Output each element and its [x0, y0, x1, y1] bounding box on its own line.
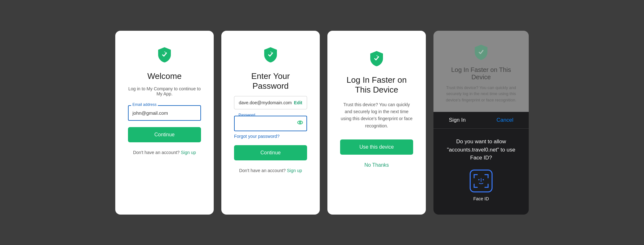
cancel-button[interactable]: Cancel [481, 112, 529, 128]
faster-login-card: Log In Faster on This Device Trust this … [327, 31, 426, 215]
sign-in-button[interactable]: Sign In [433, 112, 481, 128]
no-thanks-button[interactable]: No Thanks [364, 160, 389, 171]
use-device-button[interactable]: Use this device [340, 139, 413, 155]
svg-point-3 [483, 179, 484, 180]
password-input-group: Password [234, 116, 307, 131]
no-account-text-2: Don't have an account? Sign up [239, 168, 302, 173]
password-title: Enter Your Password [234, 71, 307, 91]
faster-login-title: Log In Faster on This Device [340, 75, 413, 95]
welcome-subtitle: Log in to My Company to continue to My A… [128, 86, 201, 96]
email-input[interactable] [128, 105, 201, 121]
face-id-container: Face ID [470, 170, 493, 211]
no-account-text: Don't have an account? Sign up [133, 150, 196, 155]
signup-link[interactable]: Sign up [181, 150, 196, 155]
welcome-title: Welcome [147, 71, 182, 81]
app-logo-3 [368, 50, 386, 68]
signup-link-2[interactable]: Sign up [287, 168, 302, 173]
app-logo [156, 46, 173, 64]
face-id-label: Face ID [473, 196, 489, 201]
email-input-group: Email address [128, 105, 201, 121]
email-label: Email address [131, 102, 158, 107]
welcome-card: Welcome Log in to My Company to continue… [115, 31, 214, 215]
password-card: Enter Your Password dave.doe@mydomain.co… [221, 31, 320, 215]
face-id-top-title: Log In Faster on This Device [441, 66, 521, 81]
continue-button[interactable]: Continue [128, 127, 201, 142]
password-input[interactable] [234, 116, 307, 131]
face-id-dialog: Log In Faster on This Device Trust this … [433, 31, 529, 215]
face-id-bottom: Sign In Cancel Do you want to allow "acc… [433, 112, 529, 215]
email-display-row: dave.doe@mydomain.com Edit [234, 96, 307, 109]
face-id-icon [470, 170, 493, 192]
app-logo-4 [472, 43, 490, 61]
svg-point-1 [299, 122, 301, 123]
forgot-password-link[interactable]: Forgot your password? [234, 134, 279, 139]
face-id-top-desc: Trust this device? You can quickly and s… [441, 85, 521, 103]
svg-point-0 [298, 121, 303, 124]
email-display: dave.doe@mydomain.com [239, 100, 292, 105]
toggle-password-icon[interactable] [297, 119, 303, 127]
face-id-top: Log In Faster on This Device Trust this … [433, 31, 529, 112]
face-id-action-row: Sign In Cancel [433, 112, 529, 129]
svg-point-2 [478, 179, 480, 180]
faster-login-desc: Trust this device? You can quickly and s… [340, 101, 413, 130]
continue-button-2[interactable]: Continue [234, 145, 307, 160]
edit-link[interactable]: Edit [294, 100, 302, 105]
app-logo-2 [262, 46, 279, 64]
password-input-wrapper [234, 116, 307, 131]
face-id-question: Do you want to allow "accounts.travel0.n… [433, 129, 529, 170]
